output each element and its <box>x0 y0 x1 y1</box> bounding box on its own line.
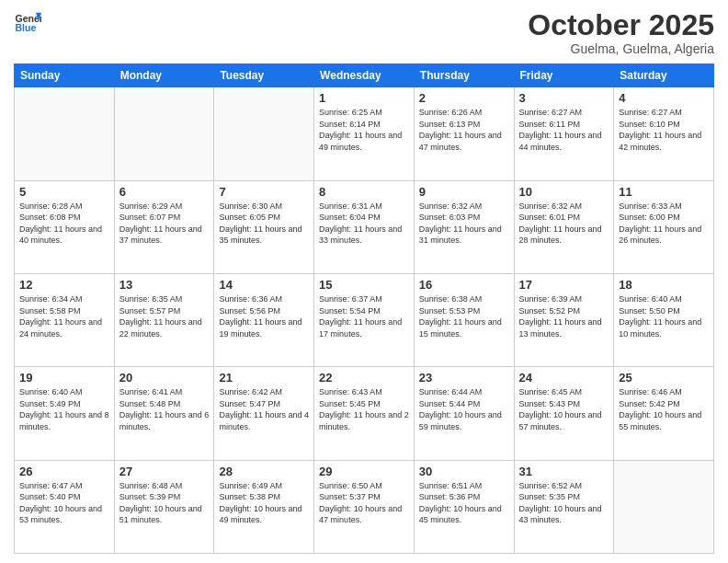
day-info: Sunrise: 6:43 AMSunset: 5:45 PMDaylight:… <box>319 386 409 432</box>
day-number: 3 <box>519 91 609 105</box>
day-info: Sunrise: 6:49 AMSunset: 5:38 PMDaylight:… <box>219 480 309 526</box>
day-number: 7 <box>219 185 309 199</box>
header: General Blue October 2025 Guelma, Guelma… <box>14 9 714 56</box>
day-info: Sunrise: 6:30 AMSunset: 6:05 PMDaylight:… <box>219 201 309 247</box>
day-info: Sunrise: 6:40 AMSunset: 5:50 PMDaylight:… <box>619 293 709 339</box>
calendar-header-tuesday: Tuesday <box>214 64 314 87</box>
day-number: 9 <box>419 185 509 199</box>
day-number: 16 <box>419 278 509 292</box>
calendar-header-thursday: Thursday <box>414 64 514 87</box>
day-number: 21 <box>219 371 309 385</box>
calendar-cell: 12Sunrise: 6:34 AMSunset: 5:58 PMDayligh… <box>15 273 115 366</box>
day-info: Sunrise: 6:36 AMSunset: 5:56 PMDaylight:… <box>219 293 309 339</box>
calendar-cell: 30Sunrise: 6:51 AMSunset: 5:36 PMDayligh… <box>414 460 514 553</box>
calendar-cell: 21Sunrise: 6:42 AMSunset: 5:47 PMDayligh… <box>214 367 314 460</box>
calendar-header-monday: Monday <box>114 64 214 87</box>
day-number: 26 <box>19 465 109 478</box>
day-info: Sunrise: 6:45 AMSunset: 5:43 PMDaylight:… <box>519 386 609 432</box>
day-number: 2 <box>419 91 509 105</box>
day-info: Sunrise: 6:50 AMSunset: 5:37 PMDaylight:… <box>319 480 409 526</box>
day-info: Sunrise: 6:44 AMSunset: 5:44 PMDaylight:… <box>419 386 509 432</box>
calendar-cell: 3Sunrise: 6:27 AMSunset: 6:11 PMDaylight… <box>514 87 614 180</box>
calendar-cell: 7Sunrise: 6:30 AMSunset: 6:05 PMDaylight… <box>214 180 314 273</box>
day-number: 29 <box>319 465 409 478</box>
svg-text:Blue: Blue <box>16 22 37 33</box>
calendar-week-4: 26Sunrise: 6:47 AMSunset: 5:40 PMDayligh… <box>15 460 714 553</box>
page: General Blue October 2025 Guelma, Guelma… <box>0 0 728 563</box>
calendar-cell: 11Sunrise: 6:33 AMSunset: 6:00 PMDayligh… <box>614 180 714 273</box>
day-number: 30 <box>419 465 509 478</box>
day-info: Sunrise: 6:40 AMSunset: 5:49 PMDaylight:… <box>19 386 109 432</box>
calendar-cell: 4Sunrise: 6:27 AMSunset: 6:10 PMDaylight… <box>614 87 714 180</box>
calendar-cell: 26Sunrise: 6:47 AMSunset: 5:40 PMDayligh… <box>15 460 115 553</box>
calendar-cell: 1Sunrise: 6:25 AMSunset: 6:14 PMDaylight… <box>314 87 415 180</box>
day-info: Sunrise: 6:25 AMSunset: 6:14 PMDaylight:… <box>319 107 409 153</box>
day-info: Sunrise: 6:28 AMSunset: 6:08 PMDaylight:… <box>19 201 109 247</box>
day-number: 8 <box>319 185 409 199</box>
calendar-cell: 15Sunrise: 6:37 AMSunset: 5:54 PMDayligh… <box>314 273 415 366</box>
day-info: Sunrise: 6:46 AMSunset: 5:42 PMDaylight:… <box>619 386 709 432</box>
calendar-cell <box>15 87 115 180</box>
calendar-cell: 22Sunrise: 6:43 AMSunset: 5:45 PMDayligh… <box>314 367 415 460</box>
logo-icon: General Blue <box>14 9 41 37</box>
day-number: 1 <box>319 91 409 105</box>
day-info: Sunrise: 6:41 AMSunset: 5:48 PMDaylight:… <box>119 386 210 432</box>
day-info: Sunrise: 6:35 AMSunset: 5:57 PMDaylight:… <box>119 293 210 339</box>
calendar-header-wednesday: Wednesday <box>314 64 415 87</box>
calendar-cell: 17Sunrise: 6:39 AMSunset: 5:52 PMDayligh… <box>514 273 614 366</box>
day-info: Sunrise: 6:32 AMSunset: 6:01 PMDaylight:… <box>519 201 609 247</box>
subtitle: Guelma, Guelma, Algeria <box>528 41 714 56</box>
calendar-cell: 5Sunrise: 6:28 AMSunset: 6:08 PMDaylight… <box>15 180 115 273</box>
day-number: 27 <box>119 465 210 478</box>
day-number: 23 <box>419 371 509 385</box>
day-number: 15 <box>319 278 409 292</box>
calendar-cell: 23Sunrise: 6:44 AMSunset: 5:44 PMDayligh… <box>414 367 514 460</box>
day-number: 10 <box>519 185 609 199</box>
calendar-cell: 10Sunrise: 6:32 AMSunset: 6:01 PMDayligh… <box>514 180 614 273</box>
day-number: 4 <box>619 91 709 105</box>
day-info: Sunrise: 6:29 AMSunset: 6:07 PMDaylight:… <box>119 201 210 247</box>
calendar-header-row: SundayMondayTuesdayWednesdayThursdayFrid… <box>15 64 714 87</box>
day-info: Sunrise: 6:27 AMSunset: 6:10 PMDaylight:… <box>619 107 709 153</box>
calendar-cell: 9Sunrise: 6:32 AMSunset: 6:03 PMDaylight… <box>414 180 514 273</box>
day-info: Sunrise: 6:37 AMSunset: 5:54 PMDaylight:… <box>319 293 409 339</box>
day-number: 25 <box>619 371 709 385</box>
logo: General Blue <box>14 9 41 37</box>
calendar-cell: 14Sunrise: 6:36 AMSunset: 5:56 PMDayligh… <box>214 273 314 366</box>
day-number: 11 <box>619 185 709 199</box>
day-info: Sunrise: 6:33 AMSunset: 6:00 PMDaylight:… <box>619 201 709 247</box>
calendar-header-saturday: Saturday <box>614 64 714 87</box>
calendar-week-1: 5Sunrise: 6:28 AMSunset: 6:08 PMDaylight… <box>15 180 714 273</box>
calendar-cell: 28Sunrise: 6:49 AMSunset: 5:38 PMDayligh… <box>214 460 314 553</box>
day-number: 14 <box>219 278 309 292</box>
calendar-cell: 6Sunrise: 6:29 AMSunset: 6:07 PMDaylight… <box>114 180 214 273</box>
day-number: 28 <box>219 465 309 478</box>
day-info: Sunrise: 6:51 AMSunset: 5:36 PMDaylight:… <box>419 480 509 526</box>
calendar-cell: 8Sunrise: 6:31 AMSunset: 6:04 PMDaylight… <box>314 180 415 273</box>
title-block: October 2025 Guelma, Guelma, Algeria <box>528 9 714 56</box>
calendar-week-0: 1Sunrise: 6:25 AMSunset: 6:14 PMDaylight… <box>15 87 714 180</box>
calendar-week-2: 12Sunrise: 6:34 AMSunset: 5:58 PMDayligh… <box>15 273 714 366</box>
calendar-cell: 16Sunrise: 6:38 AMSunset: 5:53 PMDayligh… <box>414 273 514 366</box>
day-info: Sunrise: 6:42 AMSunset: 5:47 PMDaylight:… <box>219 386 309 432</box>
day-number: 19 <box>19 371 109 385</box>
calendar-cell: 31Sunrise: 6:52 AMSunset: 5:35 PMDayligh… <box>514 460 614 553</box>
day-info: Sunrise: 6:38 AMSunset: 5:53 PMDaylight:… <box>419 293 509 339</box>
calendar-cell <box>214 87 314 180</box>
calendar-cell: 18Sunrise: 6:40 AMSunset: 5:50 PMDayligh… <box>614 273 714 366</box>
day-info: Sunrise: 6:34 AMSunset: 5:58 PMDaylight:… <box>19 293 109 339</box>
day-number: 6 <box>119 185 210 199</box>
calendar-cell: 25Sunrise: 6:46 AMSunset: 5:42 PMDayligh… <box>614 367 714 460</box>
day-number: 22 <box>319 371 409 385</box>
day-info: Sunrise: 6:32 AMSunset: 6:03 PMDaylight:… <box>419 201 509 247</box>
calendar-cell: 13Sunrise: 6:35 AMSunset: 5:57 PMDayligh… <box>114 273 214 366</box>
day-number: 20 <box>119 371 210 385</box>
calendar-header-friday: Friday <box>514 64 614 87</box>
calendar-cell <box>114 87 214 180</box>
day-info: Sunrise: 6:47 AMSunset: 5:40 PMDaylight:… <box>19 480 109 526</box>
day-info: Sunrise: 6:31 AMSunset: 6:04 PMDaylight:… <box>319 201 409 247</box>
main-title: October 2025 <box>528 9 714 41</box>
calendar-cell: 2Sunrise: 6:26 AMSunset: 6:13 PMDaylight… <box>414 87 514 180</box>
day-number: 5 <box>19 185 109 199</box>
calendar-cell: 24Sunrise: 6:45 AMSunset: 5:43 PMDayligh… <box>514 367 614 460</box>
